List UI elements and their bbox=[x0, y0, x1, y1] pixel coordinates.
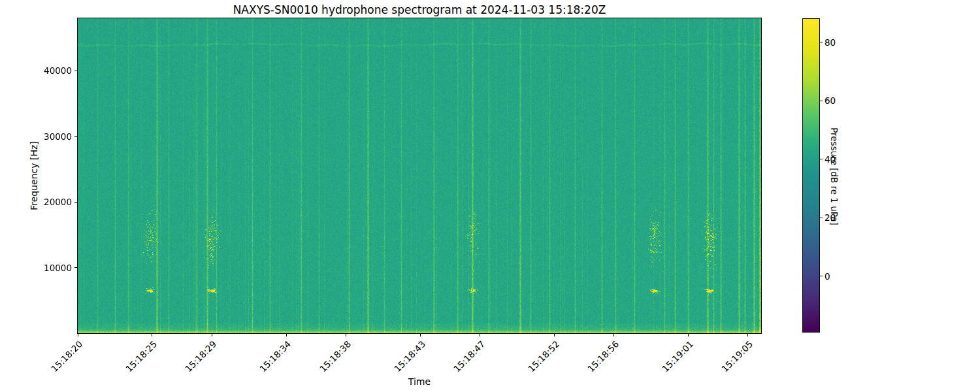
x-tick-label: 15:18:43 bbox=[392, 339, 427, 374]
x-tick-label: 15:18:20 bbox=[50, 339, 84, 374]
x-tick bbox=[554, 334, 555, 336]
y-tick-label: 40000 bbox=[29, 65, 72, 76]
colorbar-tick bbox=[820, 159, 823, 159]
colorbar-label: Pressure [dB re 1 uPa] bbox=[829, 127, 840, 225]
y-tick bbox=[74, 136, 77, 137]
x-tick bbox=[747, 334, 748, 336]
x-tick-label: 15:18:52 bbox=[526, 339, 561, 374]
x-tick bbox=[613, 334, 614, 336]
x-tick bbox=[78, 334, 78, 336]
y-tick-label: 10000 bbox=[29, 263, 72, 273]
x-tick-label: 15:18:34 bbox=[258, 339, 293, 374]
x-axis-label: Time bbox=[78, 376, 761, 387]
colorbar-tick bbox=[820, 101, 823, 101]
y-tick-label: 20000 bbox=[29, 197, 72, 207]
x-tick bbox=[212, 334, 212, 336]
y-tick bbox=[74, 71, 77, 71]
x-tick-label: 15:18:29 bbox=[184, 339, 218, 374]
x-tick-label: 15:18:47 bbox=[451, 339, 486, 374]
x-tick-label: 15:19:05 bbox=[720, 339, 755, 374]
y-tick bbox=[74, 202, 77, 203]
x-tick-label: 15:18:56 bbox=[586, 339, 621, 374]
x-tick bbox=[420, 334, 421, 336]
x-tick bbox=[286, 334, 287, 336]
x-tick-label: 15:18:25 bbox=[124, 339, 159, 374]
y-tick-label: 30000 bbox=[29, 131, 72, 142]
x-tick-label: 15:18:38 bbox=[318, 339, 352, 374]
x-tick bbox=[346, 334, 346, 336]
colorbar-tick-label: 80 bbox=[825, 37, 836, 48]
y-tick bbox=[74, 267, 77, 268]
colorbar-tick bbox=[820, 42, 823, 42]
x-tick bbox=[688, 334, 689, 336]
x-tick bbox=[480, 334, 480, 336]
x-tick bbox=[152, 334, 152, 336]
plot-area bbox=[77, 18, 762, 334]
colorbar bbox=[802, 18, 820, 333]
spectrogram-heatmap bbox=[78, 18, 761, 333]
colorbar-tick bbox=[820, 276, 823, 276]
colorbar-tick bbox=[820, 218, 823, 218]
x-tick-label: 15:19:01 bbox=[660, 339, 694, 374]
spectrogram-figure: NAXYS-SN0010 hydrophone spectrogram at 2… bbox=[0, 0, 980, 392]
colorbar-tick-label: 60 bbox=[825, 95, 836, 106]
figure-title: NAXYS-SN0010 hydrophone spectrogram at 2… bbox=[78, 3, 761, 16]
colorbar-tick-label: 0 bbox=[825, 271, 830, 282]
